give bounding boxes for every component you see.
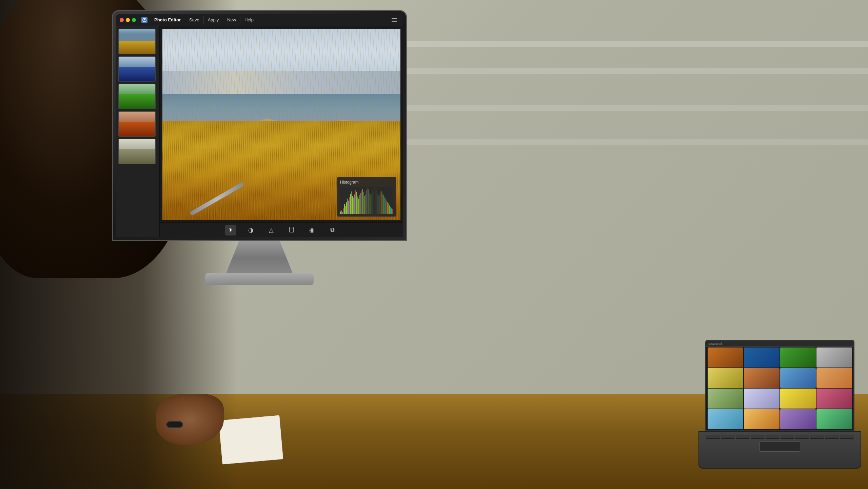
person-hand xyxy=(156,394,224,445)
histogram-bar xyxy=(350,194,351,214)
histogram-title: Histogram xyxy=(340,180,393,185)
histogram-bar xyxy=(371,195,371,214)
bottom-toolbar: ☀ ◑ △ xyxy=(160,222,403,237)
menu-help[interactable]: Help xyxy=(240,16,258,24)
histogram-bar xyxy=(377,194,377,214)
thumbnail-5[interactable] xyxy=(118,139,156,164)
laptop-photo-7 xyxy=(780,368,816,388)
menu-app-name[interactable]: Photo Editor xyxy=(150,16,185,24)
histogram-bar xyxy=(340,211,341,214)
histogram-bar xyxy=(346,202,347,214)
app-icon xyxy=(141,17,147,23)
laptop-app-title: Snapseed xyxy=(708,342,722,345)
histogram-bar xyxy=(345,206,346,214)
svg-rect-1 xyxy=(290,228,294,232)
thumbnail-4[interactable] xyxy=(118,111,156,137)
histogram-bar xyxy=(343,208,344,214)
laptop-photo-10 xyxy=(744,389,780,409)
hamburger-line-3 xyxy=(392,21,397,22)
histogram-bar xyxy=(364,196,365,214)
histogram-bar xyxy=(362,189,363,214)
thumbnail-2[interactable] xyxy=(118,56,156,82)
laptop-photo-11 xyxy=(780,389,816,409)
menu-save[interactable]: Save xyxy=(185,16,204,24)
view-tool[interactable]: ◉ xyxy=(307,225,317,236)
histogram-bar xyxy=(357,196,358,214)
histogram-bar xyxy=(376,190,376,214)
laptop-screen: Snapseed xyxy=(705,340,854,431)
histogram-bar xyxy=(382,193,382,214)
photo-editor-app[interactable]: Photo Editor Save Apply New Help xyxy=(116,14,403,237)
maximize-button[interactable] xyxy=(132,18,136,22)
histogram-bar xyxy=(370,193,370,214)
thumbnails-panel[interactable] xyxy=(116,26,160,237)
histogram-bar xyxy=(369,189,369,214)
histogram-bar xyxy=(347,199,348,214)
crop-tool[interactable] xyxy=(286,225,297,236)
hamburger-line-2 xyxy=(392,20,397,20)
histogram-bar xyxy=(366,194,366,214)
histogram-bar xyxy=(374,189,374,214)
tone-tool[interactable]: △ xyxy=(266,225,277,236)
keyboard-row-1 xyxy=(699,432,861,440)
histogram-bar xyxy=(378,196,378,214)
laptop-photo-4 xyxy=(816,347,852,368)
histogram-bar xyxy=(373,191,373,214)
histogram-bar xyxy=(392,209,393,214)
layers-tool[interactable]: ⧉ xyxy=(327,225,338,236)
laptop-photo-5 xyxy=(708,368,743,388)
laptop-photo-1 xyxy=(708,347,743,368)
histogram-bars xyxy=(340,187,393,214)
notepad xyxy=(219,415,283,464)
histogram-bar xyxy=(352,196,353,214)
histogram-bar xyxy=(389,205,390,214)
bracelet xyxy=(166,421,183,428)
menu-apply[interactable]: Apply xyxy=(204,16,223,24)
histogram-bar xyxy=(349,197,350,214)
monitor-screen: Photo Editor Save Apply New Help xyxy=(116,14,403,237)
wall-stripe-4 xyxy=(347,139,868,145)
histogram-bar xyxy=(363,192,364,214)
close-button[interactable] xyxy=(120,18,124,22)
histogram-bar xyxy=(386,201,387,214)
histogram-bar xyxy=(356,192,357,214)
histogram-bar xyxy=(368,188,368,214)
main-content: Histogram ☀ ◑ △ xyxy=(116,26,403,237)
histogram-bar xyxy=(367,190,367,214)
monitor: Photo Editor Save Apply New Help xyxy=(112,10,407,241)
hamburger-menu[interactable] xyxy=(390,16,399,24)
histogram-bar xyxy=(387,202,388,214)
laptop-photo-16 xyxy=(816,409,852,429)
laptop-photo-15 xyxy=(780,409,816,429)
histogram-bar xyxy=(375,187,375,214)
canvas-area[interactable]: Histogram ☀ ◑ △ xyxy=(160,26,403,237)
histogram-chart xyxy=(340,187,393,214)
thumbnail-1[interactable] xyxy=(118,29,156,54)
minimize-button[interactable] xyxy=(126,18,130,22)
histogram-bar xyxy=(353,198,354,214)
histogram-bar xyxy=(385,199,386,214)
title-bar: Photo Editor Save Apply New Help xyxy=(116,14,403,26)
laptop-photo-3 xyxy=(780,347,816,368)
histogram-bar xyxy=(383,195,383,214)
background-scene: Photo Editor Save Apply New Help xyxy=(0,0,868,489)
histogram-bar xyxy=(348,201,349,214)
laptop-photo-8 xyxy=(816,368,852,388)
brightness-tool[interactable]: ☀ xyxy=(225,225,236,236)
histogram-bar xyxy=(342,212,343,214)
histogram-panel: Histogram xyxy=(337,177,396,217)
contrast-tool[interactable]: ◑ xyxy=(245,225,256,236)
trackpad[interactable] xyxy=(760,441,800,452)
laptop-photo-9 xyxy=(708,389,743,409)
histogram-bar xyxy=(355,190,356,214)
histogram-bar xyxy=(361,191,362,214)
menu-new[interactable]: New xyxy=(223,16,240,24)
thumbnail-3[interactable] xyxy=(118,84,156,109)
monitor-base xyxy=(205,273,314,285)
laptop-photo-12 xyxy=(816,389,852,409)
histogram-bar xyxy=(380,192,380,214)
histogram-bar xyxy=(360,193,361,214)
monitor-frame: Photo Editor Save Apply New Help xyxy=(112,10,407,241)
histogram-bar xyxy=(388,203,389,214)
laptop-photo-2 xyxy=(744,347,780,368)
